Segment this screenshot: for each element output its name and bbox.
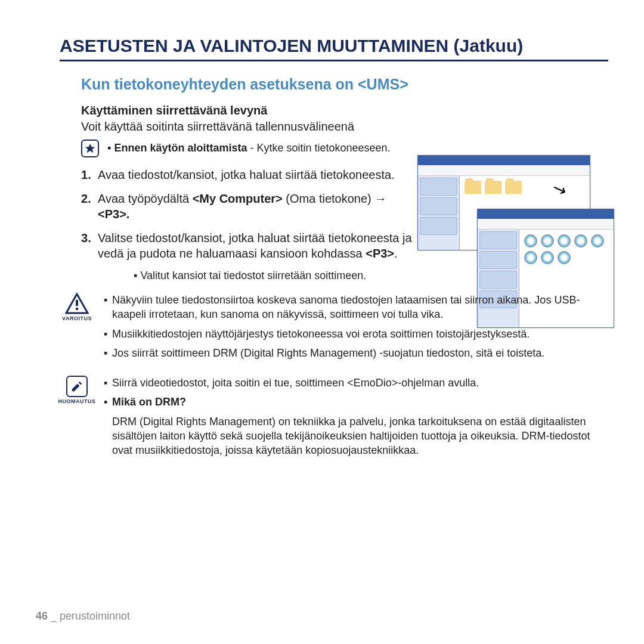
pre-use-label: Ennen käytön aloittamista xyxy=(114,142,247,154)
content-row: Avaa tiedostot/kansiot, jotka haluat sii… xyxy=(81,167,608,282)
folder-icon xyxy=(485,181,501,194)
disc-icon xyxy=(524,251,537,264)
pre-use-text: ▪ Ennen käytön aloittamista - Kytke soit… xyxy=(107,140,391,154)
steps-list: Avaa tiedostot/kansiot, jotka haluat sii… xyxy=(81,167,415,261)
page-title: ASETUSTEN JA VALINTOJEN MUUTTAMINEN (Jat… xyxy=(60,36,608,61)
disc-icon xyxy=(524,234,537,247)
svg-marker-0 xyxy=(85,144,95,153)
page-footer: 46 _ perustoiminnot xyxy=(36,610,130,623)
lead-text: Voit käyttää soitinta siirrettävänä tall… xyxy=(81,120,608,134)
note-items: Siirrä videotiedostot, joita soitin ei t… xyxy=(104,376,608,457)
disc-icon xyxy=(591,234,604,247)
warning-icon xyxy=(65,293,89,314)
pre-use-rest: - Kytke soitin tietokoneeseen. xyxy=(247,142,390,154)
folder-icon xyxy=(465,181,481,194)
section-title: Kun tietokoneyhteyden asetuksena on <UMS… xyxy=(81,76,608,93)
arrow-icon: ↘ xyxy=(549,178,569,201)
warning-item: Jos siirrät soittimeen DRM (Digital Righ… xyxy=(104,346,608,360)
step-2-b: <My Computer> xyxy=(193,192,283,205)
note-callout: HUOMAUTUS Siirrä videotiedostot, joita s… xyxy=(58,376,608,457)
svg-rect-2 xyxy=(76,300,78,306)
warning-item: Musiikkitiedostojen näyttöjärjestys tiet… xyxy=(104,327,608,341)
step-3-a: Valitse tiedostot/kansiot, jotka haluat … xyxy=(98,231,412,260)
warning-items: Näkyviin tulee tiedostonsiirtoa koskeva … xyxy=(104,293,608,365)
disc-icon xyxy=(558,234,571,247)
drm-heading: Mikä on DRM? xyxy=(104,395,608,409)
step-2-c: (Oma tietokone) → xyxy=(283,192,387,205)
step-1: Avaa tiedostot/kansiot, jotka haluat sii… xyxy=(81,167,415,182)
warning-callout: VAROITUS Näkyviin tulee tiedostonsiirtoa… xyxy=(58,293,608,365)
note-icon xyxy=(66,376,88,397)
disc-icon xyxy=(541,234,554,247)
step-2-a: Avaa työpöydältä xyxy=(98,192,193,205)
footer-sep: _ xyxy=(48,610,60,622)
disc-icon xyxy=(541,251,554,264)
note-label: HUOMAUTUS xyxy=(58,398,96,404)
drm-head-text: Mikä on DRM? xyxy=(112,396,186,408)
page-number: 46 xyxy=(36,610,48,622)
step-2: Avaa työpöydältä <My Computer> (Oma tiet… xyxy=(81,191,415,222)
note-item: Siirrä videotiedostot, joita soitin ei t… xyxy=(104,376,608,390)
svg-rect-3 xyxy=(76,308,78,310)
drm-body: DRM (Digital Rights Management) on tekni… xyxy=(112,414,608,458)
warning-item: Näkyviin tulee tiedostonsiirtoa koskeva … xyxy=(104,293,608,322)
step-3-b: <P3> xyxy=(366,247,394,260)
disc-icon xyxy=(574,234,587,247)
step-2-d: <P3>. xyxy=(98,208,129,221)
footer-section: perustoiminnot xyxy=(60,610,130,622)
star-icon xyxy=(81,140,99,157)
disc-icon xyxy=(558,251,571,264)
step-3: Valitse tiedostot/kansiot, jotka haluat … xyxy=(81,230,415,261)
step-3-c: . xyxy=(394,247,398,260)
subheading: Käyttäminen siirrettävänä levynä xyxy=(81,104,608,117)
folder-icon xyxy=(505,181,522,194)
warning-label: VAROITUS xyxy=(62,315,92,321)
